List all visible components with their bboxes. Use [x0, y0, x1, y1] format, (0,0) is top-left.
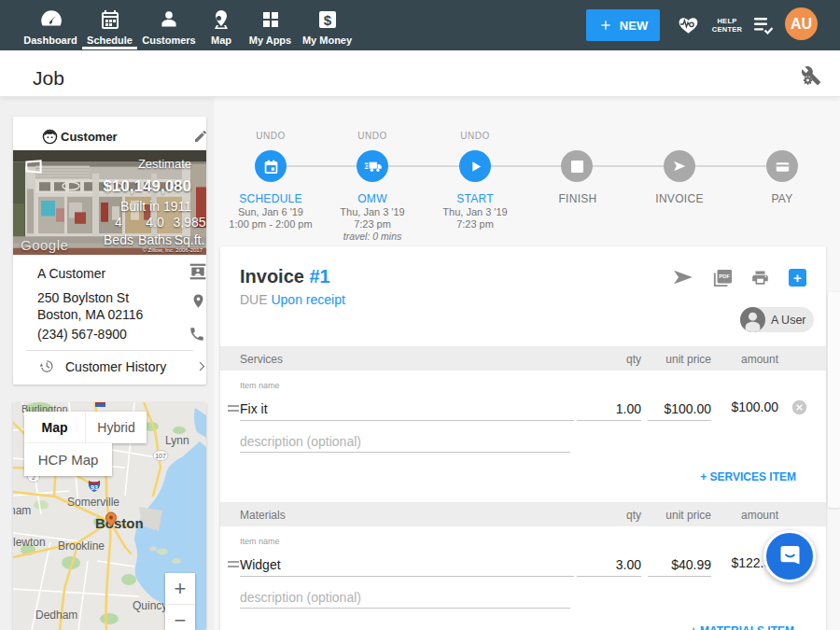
svg-text:Quincy: Quincy [133, 599, 167, 612]
svg-text:93: 93 [91, 484, 98, 491]
svg-text:lewton: lewton [13, 536, 46, 549]
svg-text:Somerville: Somerville [67, 496, 119, 509]
svg-text:Brookline: Brookline [58, 539, 105, 553]
svg-text:$: $ [323, 12, 331, 28]
svg-text:Lynn: Lynn [165, 434, 189, 447]
svg-text:Dedham: Dedham [35, 609, 77, 622]
svg-text:107: 107 [155, 453, 166, 459]
svg-text:PDF: PDF [719, 273, 730, 279]
svg-text:ham: ham [13, 504, 31, 517]
svg-text:Boston: Boston [95, 515, 144, 531]
